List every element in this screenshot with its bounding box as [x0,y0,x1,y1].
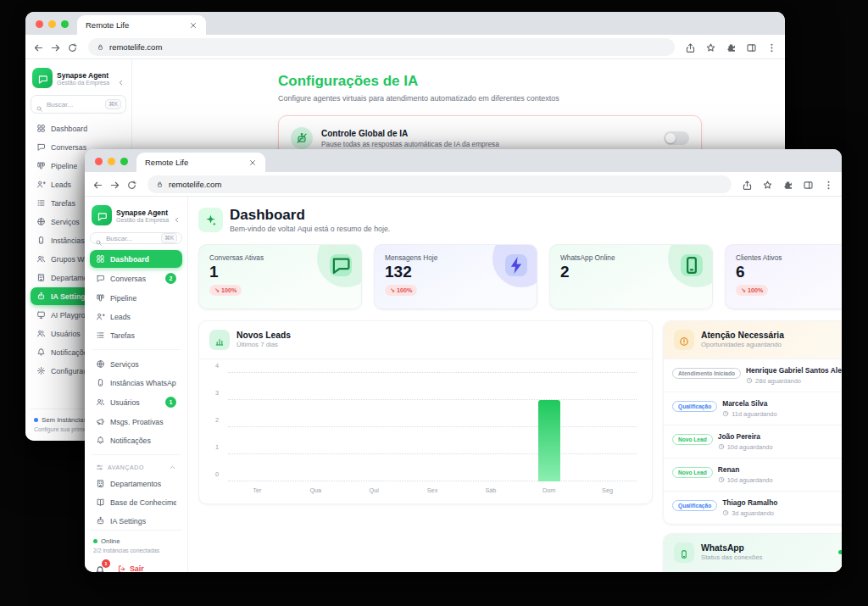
x-tick-label: Qua [287,486,345,494]
sidebar-item-label: Leads [51,181,71,189]
tab-search-chevron-icon[interactable] [577,149,832,166]
lead-name: Thiago Ramalho [722,498,842,507]
reload-button[interactable] [126,179,137,190]
new-tab-button[interactable] [274,149,528,167]
lead-name: Marcela Silva [722,399,842,408]
globe-icon [36,217,46,226]
side-panel-button[interactable] [746,42,757,53]
logout-button[interactable]: Sair [117,564,144,573]
book-icon [96,498,105,507]
bookmark-button[interactable] [705,42,716,53]
bell-icon [36,347,46,357]
back-button[interactable] [33,42,44,53]
attention-item-henrique-gabriel-santos-alencar[interactable]: Atendimento IniciadoHenrique Gabriel San… [664,359,842,392]
x-tick-label: Dom [520,486,578,494]
share-button[interactable] [742,179,753,190]
attention-item-renan[interactable]: Novo LeadRenan10d aguardando [664,458,842,491]
sidebar-item-servi-os[interactable]: Serviços [90,355,182,373]
sidebar-item-tarefas[interactable]: Tarefas [90,326,182,344]
sidebar-item-inst-ncias-whatsapp[interactable]: Instâncias WhatsApp [90,374,182,392]
sidebar-item-notifica-es[interactable]: Notificações [90,431,182,449]
lock-icon [156,181,164,188]
address-bar[interactable]: remotelife.com [147,175,732,193]
sidebar-item-msgs-proativas[interactable]: Msgs. Proativas [90,413,182,431]
tasks-icon [36,198,46,208]
search-input[interactable]: Buscar... ⌘K [90,232,182,244]
attention-item-jo-o-pereira[interactable]: Novo LeadJoão Pereira10d aguardando [664,425,842,458]
x-tick-label: Sáb [461,486,520,494]
whatsapp-status-dot-icon [838,550,842,554]
minimize-window-button[interactable] [108,158,115,165]
browser-window-front: Remote Life remotelife.com Synapse Agent [85,149,842,572]
sidebar-item-leads[interactable]: Leads [90,308,182,325]
clock-icon [718,476,725,483]
phone-icon [96,378,105,387]
divider [92,454,181,455]
sidebar-item-usu-rios[interactable]: Usuários1 [90,392,182,412]
attention-item-thiago-ramalho[interactable]: QualificaçãoThiago Ramalho3d aguardando [664,491,842,524]
globe-icon [96,359,105,369]
app-logo-icon [92,205,112,225]
main-content: Dashboard Bem-vindo de volta! Aqui está … [188,197,842,572]
new-tab-button[interactable] [214,12,469,30]
menu-button[interactable] [766,42,777,53]
attention-item-marcela-silva[interactable]: QualificaçãoMarcela Silva11d aguardando [664,392,842,425]
sidebar-item-pipeline[interactable]: Pipeline [90,289,182,307]
close-tab-icon[interactable] [248,158,257,167]
building-icon [36,273,46,282]
browser-tab[interactable]: Remote Life [77,15,206,35]
tasks-icon [96,331,105,340]
forward-button[interactable] [109,179,120,190]
brand-name: Synapse Agent [57,71,113,80]
forward-button[interactable] [50,42,61,53]
reload-button[interactable] [67,42,78,53]
close-window-button[interactable] [36,20,43,28]
sidebar-item-dashboard[interactable]: Dashboard [31,120,126,137]
maximize-window-button[interactable] [61,20,69,28]
waiting-time: 10d aguardando [718,476,842,484]
bookmark-button[interactable] [762,179,773,190]
notifications-bell-button[interactable]: 1 [95,564,105,572]
menu-button[interactable] [823,179,834,190]
sidebar-item-ia-settings[interactable]: IA Settings [90,512,182,530]
sidebar-collapse-button[interactable] [117,75,125,82]
address-bar[interactable]: remotelife.com [88,38,675,56]
brand-name: Synapse Agent [116,208,169,217]
sidebar-collapse-button[interactable] [173,212,181,220]
close-tab-icon[interactable] [189,21,198,30]
users-icon [96,398,105,407]
stat-delta-badge: ↘ 100% [385,285,417,296]
share-button[interactable] [685,42,696,53]
extensions-button[interactable] [782,179,793,190]
bar-dom [538,400,560,481]
side-panel-button[interactable] [803,179,814,190]
minimize-window-button[interactable] [48,20,56,28]
chat-icon [330,254,352,276]
search-input[interactable]: Buscar... ⌘K [31,95,126,114]
browser-tab[interactable]: Remote Life [136,153,265,172]
whatsapp-subtitle: Status das conexões [701,553,762,561]
kanban-icon [36,161,46,170]
url-text: remotelife.com [109,42,162,52]
bar-slot-ter: Ter [228,373,287,481]
close-window-button[interactable] [95,158,103,165]
tab-search-chevron-icon[interactable] [520,12,775,29]
nav-section-avan-ado[interactable]: AVANÇADO [90,460,182,474]
sidebar-item-base-de-conhecimento[interactable]: Base de Conhecimento [90,493,182,511]
gear-icon [36,366,46,375]
robot-icon [36,292,46,301]
clock-icon [746,377,753,384]
waiting-label: 11d aguardando [732,410,776,418]
stat-card-whatsapp-online: WhatsApp Online2 [549,244,713,309]
monitor-icon [36,310,46,320]
lead-name: João Pereira [718,432,842,441]
maximize-window-button[interactable] [120,158,128,165]
bar-chart-icon [209,330,230,350]
global-ai-toggle[interactable] [664,131,689,145]
sidebar-item-conversas[interactable]: Conversas2 [90,269,182,288]
sidebar-item-departamentos[interactable]: Departamentos [90,475,182,492]
grid-icon [36,124,46,133]
sidebar-item-dashboard[interactable]: Dashboard [90,250,182,268]
back-button[interactable] [92,179,103,190]
extensions-button[interactable] [726,42,737,53]
